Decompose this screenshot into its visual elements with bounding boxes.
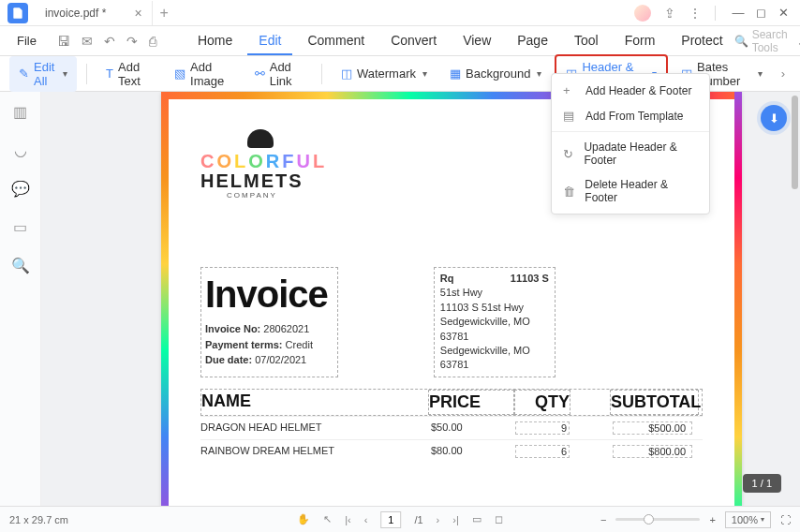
fit-page-icon[interactable]: ◻ [495, 513, 503, 525]
background-icon: ▦ [450, 66, 461, 81]
file-menu[interactable]: File [7, 34, 46, 48]
tab-home[interactable]: Home [186, 27, 244, 55]
zoom-value[interactable]: 100%▾ [725, 511, 771, 528]
menu-bar: File 🖫 ✉ ↶ ↷ ⎙ Home Edit Comment Convert… [0, 26, 800, 56]
dd-delete-header-footer[interactable]: 🗑Delete Header & Footer [552, 172, 709, 210]
zoom-slider[interactable] [615, 518, 700, 521]
address-block[interactable]: Rq11103 S 51st Hwy 11103 S 51st Hwy Sedg… [434, 267, 556, 377]
tab-form[interactable]: Form [614, 27, 667, 55]
zoom-out-icon[interactable]: − [600, 514, 606, 525]
tab-title: invoice.pdf * [45, 7, 106, 20]
search-icon: 🔍 [734, 35, 748, 48]
title-right: ⇪ ⋮ — ◻ ✕ [634, 4, 796, 22]
document-tab[interactable]: invoice.pdf * × [36, 1, 153, 25]
add-text-button[interactable]: TAdd Text [96, 56, 161, 92]
share-icon[interactable]: ⇪ [664, 6, 675, 21]
kebab-menu-icon[interactable]: ⋮ [689, 6, 702, 21]
watermark-icon: ◫ [341, 66, 352, 81]
dd-update-header-footer[interactable]: ↻Upadate Header & Footer [552, 135, 709, 172]
table-row: RAINBOW DREAM HELMET $80.00 6 $800.00 [200, 439, 703, 463]
invoice-meta-block[interactable]: Invoice Invoice No: 28062021 Payment ter… [200, 267, 338, 377]
pencil-icon: ✎ [19, 66, 29, 81]
page-total: /1 [414, 514, 422, 525]
template-icon: ▤ [563, 109, 576, 123]
left-sidebar: ▥ ◡ 💬 ▭ 🔍 [0, 92, 41, 506]
next-page-icon[interactable]: › [437, 514, 440, 525]
text-icon: T [106, 66, 113, 81]
prev-page-icon[interactable]: ‹ [364, 514, 368, 525]
vertical-scrollbar[interactable] [792, 96, 798, 189]
tab-page[interactable]: Page [506, 27, 559, 55]
fit-width-icon[interactable]: ▭ [472, 513, 481, 525]
zoom-thumb[interactable] [644, 514, 654, 525]
add-link-button[interactable]: ⚯Add Link [245, 56, 312, 92]
header-footer-dropdown: +Add Header & Footer ▤Add From Template … [551, 73, 710, 214]
page-border-left [161, 92, 169, 506]
last-page-icon[interactable]: ›| [452, 514, 459, 525]
bookmark-icon[interactable]: ◡ [14, 141, 27, 159]
edit-all-button[interactable]: ✎Edit All▾ [9, 56, 77, 92]
invoice-title: Invoice [205, 273, 328, 316]
add-image-button[interactable]: ▧Add Image [165, 56, 242, 92]
refresh-icon: ↻ [563, 147, 574, 161]
minimize-button[interactable]: — [729, 4, 748, 22]
dd-add-header-footer[interactable]: +Add Header & Footer [552, 78, 709, 103]
page-indicator: 1 / 1 [743, 474, 781, 493]
invoice-meta: Invoice No: 28062021 Payment terms: Cred… [205, 321, 328, 368]
chevron-down-icon: ▾ [537, 68, 541, 79]
mail-icon[interactable]: ✉ [81, 34, 93, 49]
logo-helmets: HELMETS [200, 170, 304, 191]
table-row: DRAGON HEAD HELMET $50.00 9 $500.00 [200, 416, 703, 439]
app-icon [7, 3, 28, 23]
link-icon: ⚯ [255, 66, 265, 81]
theme-icon[interactable] [634, 5, 651, 22]
fullscreen-icon[interactable]: ⛶ [780, 514, 791, 525]
page-dimensions: 21 x 29.7 cm [9, 514, 68, 525]
undo-icon[interactable]: ↶ [104, 34, 115, 49]
trash-icon: 🗑 [563, 185, 575, 199]
status-bar: 21 x 29.7 cm ✋ ↖ |‹ ‹ /1 › ›| ▭ ◻ − + 10… [0, 506, 800, 532]
search-panel-icon[interactable]: 🔍 [11, 257, 30, 274]
download-badge[interactable]: ⬇ [761, 105, 787, 131]
invoice-table: NAME PRICE QTY SUBTOTAL DRAGON HEAD HELM… [200, 389, 703, 463]
select-tool-icon[interactable]: ↖ [323, 513, 332, 525]
tab-comment[interactable]: Comment [296, 27, 376, 55]
redo-icon[interactable]: ↷ [126, 34, 138, 49]
page-input[interactable] [380, 511, 401, 528]
attachment-icon[interactable]: ▭ [13, 218, 27, 236]
helmet-icon [247, 129, 274, 148]
title-bar: invoice.pdf * × + ⇪ ⋮ — ◻ ✕ [0, 0, 800, 26]
save-icon[interactable]: 🖫 [57, 34, 70, 49]
logo-colorful: COLORFUL [200, 152, 327, 170]
comment-panel-icon[interactable]: 💬 [11, 180, 30, 198]
dd-add-from-template[interactable]: ▤Add From Template [552, 103, 709, 128]
logo-company: COMPANY [227, 191, 277, 200]
maximize-button[interactable]: ◻ [751, 4, 770, 22]
tab-convert[interactable]: Convert [379, 27, 448, 55]
tab-view[interactable]: View [452, 27, 502, 55]
first-page-icon[interactable]: |‹ [345, 514, 351, 525]
close-tab-icon[interactable]: × [134, 6, 141, 21]
new-tab-button[interactable]: + [160, 5, 169, 22]
plus-icon: + [563, 83, 576, 97]
print-icon[interactable]: ⎙ [149, 34, 156, 49]
hand-tool-icon[interactable]: ✋ [297, 513, 310, 525]
page-border-right [734, 92, 742, 506]
watermark-button[interactable]: ◫Watermark▾ [332, 63, 437, 84]
chevron-down-icon: ▾ [422, 68, 427, 79]
tab-edit[interactable]: Edit [247, 27, 292, 55]
table-header: NAME PRICE QTY SUBTOTAL [200, 389, 703, 416]
chevron-down-icon: ▾ [63, 68, 67, 79]
thumbnails-icon[interactable]: ▥ [13, 103, 27, 121]
tab-tool[interactable]: Tool [563, 27, 610, 55]
search-tools[interactable]: 🔍Search Tools [734, 28, 788, 54]
close-window-button[interactable]: ✕ [774, 4, 793, 22]
image-icon: ▧ [174, 66, 185, 81]
background-button[interactable]: ▦Background▾ [440, 63, 551, 84]
zoom-in-icon[interactable]: + [709, 514, 715, 525]
tab-protect[interactable]: Protect [670, 27, 733, 55]
toolbar-more-icon[interactable]: › [776, 66, 791, 81]
chevron-down-icon: ▾ [758, 68, 763, 79]
